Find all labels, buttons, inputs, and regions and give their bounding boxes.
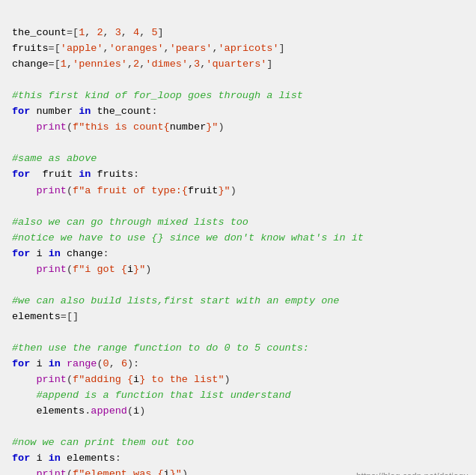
code-display: the_count=[1, 2, 3, 4, 5] fruits=['apple…: [12, 9, 464, 475]
watermark-text: https://blog.csdn.net/datiagu: [356, 470, 469, 475]
